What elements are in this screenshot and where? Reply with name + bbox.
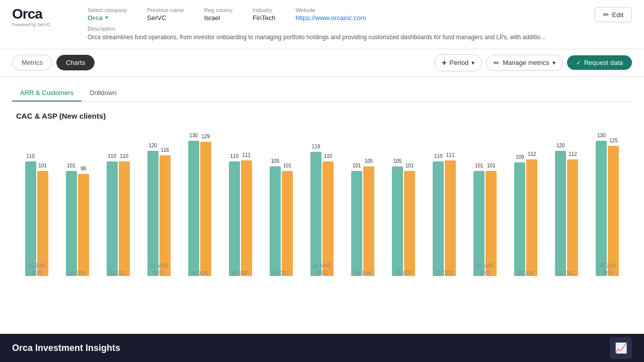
teal-bar: 101 xyxy=(66,171,77,276)
teal-bar-label: 101 xyxy=(475,163,484,168)
reg-country-value: Israel xyxy=(204,14,232,22)
footer-title: Orca Investment Insights xyxy=(12,343,120,353)
bars-pair: 110110 xyxy=(98,130,138,276)
orange-bar: 101 xyxy=(282,171,293,276)
bar-group-footer: 31 MAR2021 xyxy=(138,263,179,276)
teal-bar-label: 101 xyxy=(67,163,75,168)
request-data-button[interactable]: Request data xyxy=(567,55,632,70)
bar-date-label: 31 DEC xyxy=(546,270,587,276)
period-chevron-icon xyxy=(471,59,474,66)
orange-bar: 101 xyxy=(37,171,48,276)
select-company-label: Select company xyxy=(88,7,127,13)
charts-tab-button[interactable]: Charts xyxy=(56,55,95,70)
previous-name-label: Previous name xyxy=(147,7,184,13)
period-button[interactable]: Period xyxy=(434,54,482,71)
orange-bar-label: 116 xyxy=(160,147,169,153)
bar-group-footer: 30 SEP xyxy=(383,270,424,276)
company-select-chevron-icon xyxy=(105,17,109,19)
manage-pencil-icon xyxy=(494,59,500,67)
company-info: Select company Orca Previous name SerVC … xyxy=(88,7,575,42)
bar-group-footer: 30 SEP xyxy=(57,270,98,276)
company-fields: Select company Orca Previous name SerVC … xyxy=(88,7,575,22)
website-link[interactable]: https://www.orcainc.com xyxy=(295,14,366,22)
manage-metrics-chevron-icon xyxy=(552,59,555,66)
teal-bar: 110 xyxy=(229,161,240,276)
teal-bar-label: 105 xyxy=(271,158,280,164)
reg-country-group: Reg counry Israel xyxy=(204,7,232,22)
company-description: Description Orca streamlines fund operat… xyxy=(88,25,575,42)
orange-bar-label: 129 xyxy=(201,134,210,139)
industry-group: Industry FinTech xyxy=(253,7,276,22)
orange-bar: 112 xyxy=(567,159,578,276)
bar-group: 11011031 DEC xyxy=(98,130,138,276)
bars-pair: 130129 xyxy=(179,130,220,276)
plus-icon xyxy=(442,58,446,67)
bar-group: 10110530 JUN xyxy=(343,130,383,276)
sub-tab-drilldown[interactable]: Drilldown xyxy=(82,85,124,102)
bars-pair: 110111 xyxy=(220,130,261,276)
teal-bar: 120 xyxy=(147,151,158,276)
website-label: Website xyxy=(295,7,366,13)
bars-pair: 101105 xyxy=(343,130,383,276)
bar-group: 10110131 MAR2023 xyxy=(465,130,506,276)
teal-bar: 109 xyxy=(514,162,525,276)
bar-group-footer: 30 JUN xyxy=(179,270,220,276)
teal-bar-label: 110 xyxy=(26,153,35,159)
metrics-tab-button[interactable]: Metrics xyxy=(12,55,52,70)
teal-bar-label: 109 xyxy=(516,154,524,160)
orange-bar-label: 98 xyxy=(80,166,86,171)
previous-name-group: Previous name SerVC xyxy=(147,7,184,22)
teal-bar-label: 130 xyxy=(597,133,606,138)
bar-group-footer: 31 MAR2023 xyxy=(465,263,506,276)
orange-bar-label: 111 xyxy=(446,152,455,158)
bar-date-label: 31 MAR xyxy=(465,263,506,268)
orange-bar-label: 101 xyxy=(487,163,496,168)
teal-bar: 101 xyxy=(473,171,485,276)
edit-button[interactable]: Edit xyxy=(595,7,632,22)
previous-name-value: SerVC xyxy=(147,14,184,22)
teal-bar: 101 xyxy=(351,171,362,276)
orange-bar: 101 xyxy=(404,171,415,276)
bars-pair: 110111 xyxy=(424,130,465,276)
bar-date-label: 31 MAR xyxy=(138,263,179,268)
teal-bar: 105 xyxy=(270,166,281,276)
bars-pair: 120112 xyxy=(546,130,587,276)
bar-group-footer: 31 MAR2022 xyxy=(301,263,342,276)
request-data-label: Request data xyxy=(584,59,623,66)
bars-pair: 10198 xyxy=(57,130,98,276)
period-label: Period xyxy=(450,59,469,66)
company-name-value: Orca xyxy=(88,14,103,22)
edit-label: Edit xyxy=(612,11,623,19)
toolbar-right: Period Manage metrics Request data xyxy=(434,54,632,71)
header: Orca Powered by SerVC Select company Orc… xyxy=(0,0,644,49)
orange-bar: 110 xyxy=(323,161,334,276)
chart-growth-icon xyxy=(615,342,627,354)
bar-year-label: 2021 xyxy=(153,270,165,276)
teal-bar: 110 xyxy=(25,161,36,276)
orange-bar: 112 xyxy=(526,159,537,276)
description-text: Orca streamlines fund operations, from i… xyxy=(88,34,545,41)
bar-date-label: 31 MAR xyxy=(301,263,342,268)
bar-group: 10911230 JUN xyxy=(506,130,546,276)
bar-date-label: 30 SEP xyxy=(57,270,98,276)
teal-bar-label: 130 xyxy=(189,133,198,138)
bar-group-footer: 31 DEC xyxy=(424,270,465,276)
sub-tab-arr-customers[interactable]: ARR & Customers xyxy=(12,85,82,102)
logo: Orca xyxy=(12,7,42,21)
toolbar: Metrics Charts Period Manage metrics Req… xyxy=(0,49,644,77)
orange-bar: 116 xyxy=(159,155,171,276)
manage-metrics-label: Manage metrics xyxy=(503,59,549,66)
logo-subtitle: Powered by SerVC xyxy=(12,22,51,27)
bar-group-footer: 31 DEC xyxy=(98,270,138,276)
teal-bar: 130 xyxy=(188,141,199,276)
company-select-dropdown[interactable]: Orca xyxy=(88,14,127,22)
bar-group: 1019830 SEP xyxy=(57,130,98,276)
main-content: ARR & Customers Drilldown CAC & ASP (New… xyxy=(0,77,644,362)
orange-bar: 125 xyxy=(608,146,619,276)
manage-metrics-button[interactable]: Manage metrics xyxy=(486,55,562,71)
orange-bar: 111 xyxy=(241,160,252,276)
pencil-icon xyxy=(603,11,609,19)
bar-group: 11911031 MAR2022 xyxy=(301,130,342,276)
chart-container: 11010130 JUN20201019830 SEP11011031 DEC1… xyxy=(12,130,632,301)
bar-date-label: 30 JUN xyxy=(587,263,628,268)
